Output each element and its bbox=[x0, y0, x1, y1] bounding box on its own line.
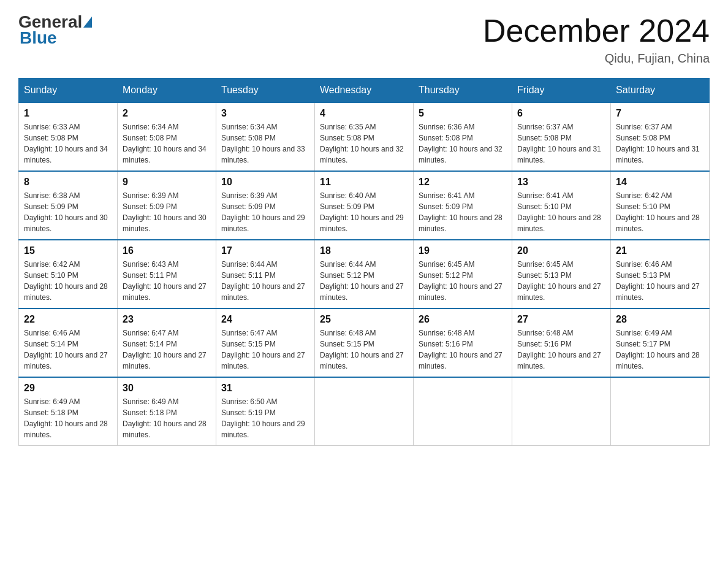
day-number: 18 bbox=[320, 245, 408, 256]
col-monday: Monday bbox=[118, 79, 216, 103]
day-info: Sunrise: 6:35 AMSunset: 5:08 PMDaylight:… bbox=[320, 123, 404, 164]
day-number: 16 bbox=[123, 245, 211, 256]
day-info: Sunrise: 6:48 AMSunset: 5:16 PMDaylight:… bbox=[419, 329, 502, 370]
calendar-week-4: 22 Sunrise: 6:46 AMSunset: 5:14 PMDaylig… bbox=[19, 308, 710, 377]
col-tuesday: Tuesday bbox=[216, 79, 315, 103]
table-row: 26 Sunrise: 6:48 AMSunset: 5:16 PMDaylig… bbox=[414, 308, 512, 377]
day-number: 31 bbox=[221, 383, 309, 394]
table-row: 1 Sunrise: 6:33 AMSunset: 5:08 PMDayligh… bbox=[19, 102, 118, 171]
table-row: 19 Sunrise: 6:45 AMSunset: 5:12 PMDaylig… bbox=[414, 240, 512, 308]
day-number: 15 bbox=[24, 245, 112, 256]
logo-blue-text: Blue bbox=[20, 28, 57, 47]
day-info: Sunrise: 6:46 AMSunset: 5:14 PMDaylight:… bbox=[24, 329, 108, 370]
day-info: Sunrise: 6:43 AMSunset: 5:11 PMDaylight:… bbox=[123, 260, 207, 302]
day-number: 14 bbox=[616, 177, 704, 188]
table-row: 25 Sunrise: 6:48 AMSunset: 5:15 PMDaylig… bbox=[315, 308, 414, 377]
calendar-week-2: 8 Sunrise: 6:38 AMSunset: 5:09 PMDayligh… bbox=[19, 171, 710, 240]
day-info: Sunrise: 6:49 AMSunset: 5:18 PMDaylight:… bbox=[123, 397, 207, 439]
day-info: Sunrise: 6:44 AMSunset: 5:12 PMDaylight:… bbox=[320, 260, 404, 302]
table-row: 18 Sunrise: 6:44 AMSunset: 5:12 PMDaylig… bbox=[315, 240, 414, 308]
day-number: 19 bbox=[419, 245, 507, 256]
day-number: 24 bbox=[221, 314, 309, 325]
table-row: 27 Sunrise: 6:48 AMSunset: 5:16 PMDaylig… bbox=[512, 308, 611, 377]
day-info: Sunrise: 6:41 AMSunset: 5:09 PMDaylight:… bbox=[419, 191, 502, 233]
day-info: Sunrise: 6:48 AMSunset: 5:15 PMDaylight:… bbox=[320, 329, 404, 370]
table-row: 2 Sunrise: 6:34 AMSunset: 5:08 PMDayligh… bbox=[118, 102, 216, 171]
day-info: Sunrise: 6:39 AMSunset: 5:09 PMDaylight:… bbox=[221, 191, 305, 233]
table-row: 24 Sunrise: 6:47 AMSunset: 5:15 PMDaylig… bbox=[216, 308, 315, 377]
day-number: 1 bbox=[24, 108, 112, 119]
table-row: 11 Sunrise: 6:40 AMSunset: 5:09 PMDaylig… bbox=[315, 171, 414, 240]
table-row: 5 Sunrise: 6:36 AMSunset: 5:08 PMDayligh… bbox=[414, 102, 512, 171]
table-row bbox=[414, 377, 512, 446]
day-info: Sunrise: 6:42 AMSunset: 5:10 PMDaylight:… bbox=[24, 260, 108, 302]
col-saturday: Saturday bbox=[611, 79, 710, 103]
day-number: 30 bbox=[123, 383, 211, 394]
table-row: 21 Sunrise: 6:46 AMSunset: 5:13 PMDaylig… bbox=[611, 240, 710, 308]
table-row bbox=[512, 377, 611, 446]
col-friday: Friday bbox=[512, 79, 611, 103]
day-number: 23 bbox=[123, 314, 211, 325]
table-row: 3 Sunrise: 6:34 AMSunset: 5:08 PMDayligh… bbox=[216, 102, 315, 171]
day-info: Sunrise: 6:47 AMSunset: 5:15 PMDaylight:… bbox=[221, 329, 305, 370]
day-info: Sunrise: 6:33 AMSunset: 5:08 PMDaylight:… bbox=[24, 123, 108, 164]
day-info: Sunrise: 6:37 AMSunset: 5:08 PMDaylight:… bbox=[517, 123, 601, 164]
table-row: 20 Sunrise: 6:45 AMSunset: 5:13 PMDaylig… bbox=[512, 240, 611, 308]
day-info: Sunrise: 6:49 AMSunset: 5:17 PMDaylight:… bbox=[616, 329, 700, 370]
day-info: Sunrise: 6:37 AMSunset: 5:08 PMDaylight:… bbox=[616, 123, 700, 164]
table-row: 14 Sunrise: 6:42 AMSunset: 5:10 PMDaylig… bbox=[611, 171, 710, 240]
day-info: Sunrise: 6:39 AMSunset: 5:09 PMDaylight:… bbox=[123, 191, 207, 233]
day-info: Sunrise: 6:42 AMSunset: 5:10 PMDaylight:… bbox=[616, 191, 700, 233]
month-title: December 2024 bbox=[483, 12, 710, 49]
day-info: Sunrise: 6:44 AMSunset: 5:11 PMDaylight:… bbox=[221, 260, 305, 302]
day-number: 17 bbox=[221, 245, 309, 256]
table-row: 13 Sunrise: 6:41 AMSunset: 5:10 PMDaylig… bbox=[512, 171, 611, 240]
table-row: 22 Sunrise: 6:46 AMSunset: 5:14 PMDaylig… bbox=[19, 308, 118, 377]
logo: General Blue bbox=[18, 12, 93, 48]
day-info: Sunrise: 6:34 AMSunset: 5:08 PMDaylight:… bbox=[123, 123, 207, 164]
day-info: Sunrise: 6:49 AMSunset: 5:18 PMDaylight:… bbox=[24, 397, 108, 439]
table-row: 23 Sunrise: 6:47 AMSunset: 5:14 PMDaylig… bbox=[118, 308, 216, 377]
day-info: Sunrise: 6:45 AMSunset: 5:12 PMDaylight:… bbox=[419, 260, 502, 302]
day-number: 10 bbox=[221, 177, 309, 188]
title-area: December 2024 Qidu, Fujian, China bbox=[483, 12, 710, 66]
table-row: 28 Sunrise: 6:49 AMSunset: 5:17 PMDaylig… bbox=[611, 308, 710, 377]
table-row: 7 Sunrise: 6:37 AMSunset: 5:08 PMDayligh… bbox=[611, 102, 710, 171]
table-row: 12 Sunrise: 6:41 AMSunset: 5:09 PMDaylig… bbox=[414, 171, 512, 240]
day-number: 21 bbox=[616, 245, 704, 256]
calendar-week-5: 29 Sunrise: 6:49 AMSunset: 5:18 PMDaylig… bbox=[19, 377, 710, 446]
table-row bbox=[315, 377, 414, 446]
day-number: 26 bbox=[419, 314, 507, 325]
day-number: 6 bbox=[517, 108, 605, 119]
day-number: 5 bbox=[419, 108, 507, 119]
day-number: 2 bbox=[123, 108, 211, 119]
day-number: 9 bbox=[123, 177, 211, 188]
day-number: 7 bbox=[616, 108, 704, 119]
day-info: Sunrise: 6:50 AMSunset: 5:19 PMDaylight:… bbox=[221, 397, 305, 439]
table-row: 4 Sunrise: 6:35 AMSunset: 5:08 PMDayligh… bbox=[315, 102, 414, 171]
day-number: 22 bbox=[24, 314, 112, 325]
day-number: 28 bbox=[616, 314, 704, 325]
day-info: Sunrise: 6:48 AMSunset: 5:16 PMDaylight:… bbox=[517, 329, 601, 370]
location-text: Qidu, Fujian, China bbox=[483, 52, 710, 66]
table-row: 31 Sunrise: 6:50 AMSunset: 5:19 PMDaylig… bbox=[216, 377, 315, 446]
day-number: 11 bbox=[320, 177, 408, 188]
calendar-week-1: 1 Sunrise: 6:33 AMSunset: 5:08 PMDayligh… bbox=[19, 102, 710, 171]
day-info: Sunrise: 6:45 AMSunset: 5:13 PMDaylight:… bbox=[517, 260, 601, 302]
table-row: 6 Sunrise: 6:37 AMSunset: 5:08 PMDayligh… bbox=[512, 102, 611, 171]
day-info: Sunrise: 6:38 AMSunset: 5:09 PMDaylight:… bbox=[24, 191, 108, 233]
calendar-header-row: Sunday Monday Tuesday Wednesday Thursday… bbox=[19, 79, 710, 103]
page-header: General Blue December 2024 Qidu, Fujian,… bbox=[18, 12, 710, 66]
day-info: Sunrise: 6:36 AMSunset: 5:08 PMDaylight:… bbox=[419, 123, 502, 164]
day-number: 8 bbox=[24, 177, 112, 188]
col-sunday: Sunday bbox=[19, 79, 118, 103]
col-thursday: Thursday bbox=[414, 79, 512, 103]
logo-triangle-icon bbox=[83, 17, 92, 28]
calendar-week-3: 15 Sunrise: 6:42 AMSunset: 5:10 PMDaylig… bbox=[19, 240, 710, 308]
day-number: 25 bbox=[320, 314, 408, 325]
day-info: Sunrise: 6:46 AMSunset: 5:13 PMDaylight:… bbox=[616, 260, 700, 302]
col-wednesday: Wednesday bbox=[315, 79, 414, 103]
day-info: Sunrise: 6:34 AMSunset: 5:08 PMDaylight:… bbox=[221, 123, 305, 164]
day-info: Sunrise: 6:40 AMSunset: 5:09 PMDaylight:… bbox=[320, 191, 404, 233]
table-row: 29 Sunrise: 6:49 AMSunset: 5:18 PMDaylig… bbox=[19, 377, 118, 446]
